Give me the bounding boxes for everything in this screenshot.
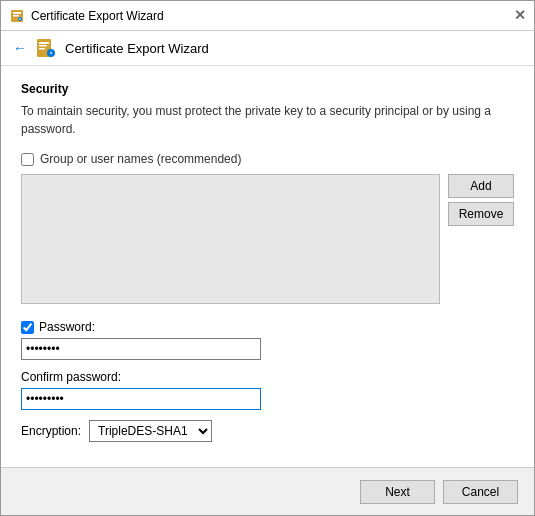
cancel-button[interactable]: Cancel [443,480,518,504]
wizard-window: Certificate Export Wizard ✕ ← Certificat… [0,0,535,516]
close-button[interactable]: ✕ [514,7,526,23]
remove-button[interactable]: Remove [448,202,514,226]
wizard-footer: Next Cancel [1,467,534,515]
content-area: Security To maintain security, you must … [1,66,534,467]
add-button[interactable]: Add [448,174,514,198]
wizard-nav-icon [35,37,57,59]
password-label: Password: [39,320,95,334]
password-field-row: Password: [21,320,514,360]
group-checkbox[interactable] [21,153,34,166]
password-label-row: Password: [21,320,514,334]
side-buttons-container: Add Remove [448,174,514,304]
confirm-label-row: Confirm password: [21,370,514,384]
section-description: To maintain security, you must protect t… [21,102,514,138]
svg-rect-4 [19,18,20,19]
encryption-select[interactable]: TripleDES-SHA1 AES256-SHA256 [89,420,212,442]
password-input[interactable] [21,338,261,360]
svg-rect-1 [13,12,21,14]
confirm-password-field-row: Confirm password: [21,370,514,410]
confirm-label: Confirm password: [21,370,121,384]
wizard-title: Certificate Export Wizard [65,41,209,56]
certificate-icon [9,8,25,24]
svg-rect-8 [39,48,45,50]
back-button[interactable]: ← [13,40,27,56]
group-checkbox-label: Group or user names (recommended) [40,152,241,166]
confirm-password-input[interactable] [21,388,261,410]
svg-rect-7 [39,45,47,47]
group-checkbox-row: Group or user names (recommended) [21,152,514,166]
section-title: Security [21,82,514,96]
group-list-section: Add Remove [21,174,514,304]
encryption-row: Encryption: TripleDES-SHA1 AES256-SHA256 [21,420,514,442]
svg-rect-6 [39,42,49,44]
wizard-nav: ← Certificate Export Wizard [1,31,534,66]
title-bar-text: Certificate Export Wizard [31,9,526,23]
svg-rect-2 [13,15,19,17]
password-checkbox[interactable] [21,321,34,334]
group-list-box [21,174,440,304]
title-bar: Certificate Export Wizard ✕ [1,1,534,31]
next-button[interactable]: Next [360,480,435,504]
svg-rect-10 [50,52,52,54]
encryption-label: Encryption: [21,424,81,438]
